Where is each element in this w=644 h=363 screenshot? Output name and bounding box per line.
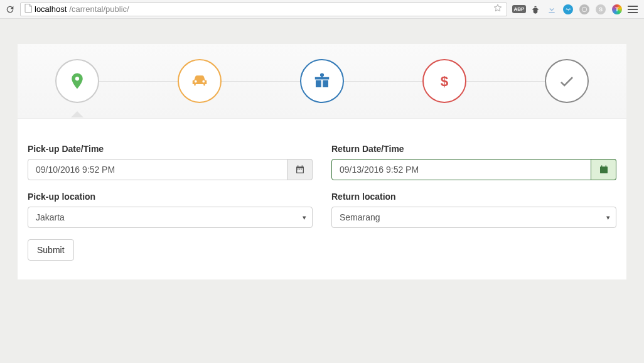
page-background: $ Pick-up Date/Time xyxy=(0,19,644,363)
svg-rect-14 xyxy=(601,169,602,170)
svg-rect-8 xyxy=(299,169,299,170)
return-location-select[interactable]: Semarang xyxy=(331,207,616,228)
pickup-date-input[interactable] xyxy=(28,159,287,180)
browser-menu-button[interactable] xyxy=(628,6,638,13)
url-path: /carrental/public/ xyxy=(69,4,129,14)
calendar-icon xyxy=(599,165,609,175)
step-confirm[interactable] xyxy=(545,59,589,103)
step-location[interactable] xyxy=(55,59,99,103)
page-icon xyxy=(24,4,32,14)
svg-rect-0 xyxy=(549,12,554,13)
check-icon xyxy=(557,72,576,90)
svg-rect-6 xyxy=(301,165,302,167)
pickup-date-label: Pick-up Date/Time xyxy=(28,144,313,154)
download-arrow-icon[interactable] xyxy=(546,4,557,15)
submit-button[interactable]: Submit xyxy=(28,239,74,261)
return-date-input[interactable] xyxy=(331,159,591,180)
svg-rect-15 xyxy=(603,169,603,170)
calendar-icon xyxy=(295,165,305,175)
map-pin-icon xyxy=(68,72,87,90)
car-icon xyxy=(190,72,209,90)
pickup-date-group: Pick-up Date/Time xyxy=(28,144,313,180)
abp-extension-icon[interactable]: ABP xyxy=(513,4,525,15)
browser-toolbar: localhost/carrental/public/ ABP S T xyxy=(0,0,644,19)
svg-point-1 xyxy=(582,7,587,12)
url-host: localhost xyxy=(35,4,67,14)
svg-rect-7 xyxy=(298,169,298,170)
wave-extension-icon[interactable] xyxy=(562,4,574,15)
svg-rect-5 xyxy=(298,165,298,167)
globe-extension-icon[interactable] xyxy=(579,4,590,15)
bug-extension-icon[interactable] xyxy=(530,4,541,15)
dollar-icon: $ xyxy=(435,72,454,90)
return-location-label: Return location xyxy=(331,192,616,202)
main-card: $ Pick-up Date/Time xyxy=(18,44,626,279)
gift-icon xyxy=(313,72,331,90)
svg-text:$: $ xyxy=(441,73,449,89)
skype-extension-icon[interactable]: S xyxy=(595,4,606,15)
return-date-calendar-button[interactable] xyxy=(591,159,616,180)
step-payment[interactable]: $ xyxy=(422,59,466,103)
pickup-location-select[interactable]: Jakarta xyxy=(28,207,313,228)
extension-toolbar: ABP S T xyxy=(511,4,640,15)
bookmark-star-icon[interactable] xyxy=(493,3,503,15)
svg-rect-12 xyxy=(601,165,602,167)
return-date-label: Return Date/Time xyxy=(331,144,616,154)
svg-rect-13 xyxy=(605,165,606,167)
url-bar[interactable]: localhost/carrental/public/ xyxy=(20,3,507,16)
svg-rect-9 xyxy=(301,169,301,170)
return-date-group: Return Date/Time xyxy=(331,144,616,180)
svg-rect-16 xyxy=(604,169,605,170)
progress-stepper: $ xyxy=(18,44,626,119)
pickup-location-group: Pick-up location Jakarta xyxy=(28,192,313,228)
booking-form: Pick-up Date/Time Return Date/Time xyxy=(18,119,626,279)
pickup-date-calendar-button[interactable] xyxy=(287,159,313,180)
step-extras[interactable] xyxy=(300,59,344,103)
return-location-group: Return location Semarang xyxy=(331,192,616,228)
colorful-extension-icon[interactable]: T xyxy=(611,4,623,15)
step-vehicle[interactable] xyxy=(178,59,222,103)
reload-button[interactable] xyxy=(4,3,16,16)
pickup-location-label: Pick-up location xyxy=(28,192,313,202)
